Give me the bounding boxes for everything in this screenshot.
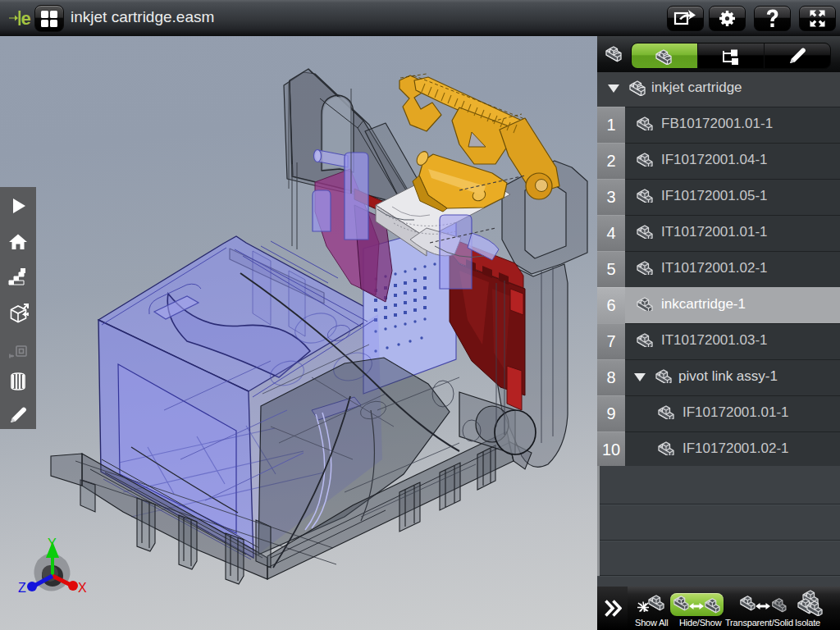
svg-text:X: X [78,581,87,595]
svg-text:e: e [21,8,31,28]
svg-text:Y: Y [48,536,57,550]
svg-text:Z: Z [18,581,26,595]
